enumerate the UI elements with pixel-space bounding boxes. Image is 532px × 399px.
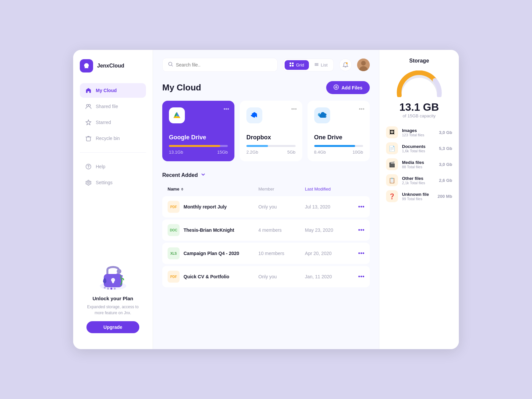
file-type-count: 99 Total files: [402, 197, 434, 201]
file-type-item: ❓ Unknown file 99 Total files 200 Mb: [386, 190, 452, 202]
google-drive-icon: [169, 107, 185, 123]
logo-text: JenxCloud: [97, 63, 124, 69]
cloud-cards: ••• Google Drive: [162, 101, 370, 161]
storage-title: Storage: [386, 58, 452, 64]
recycle-bin-icon: [85, 135, 92, 142]
sidebar-item-recycle-bin-label: Recycle bin: [96, 136, 120, 141]
dropbox-icon: [246, 107, 262, 123]
file-name-cell: XLS Campaign Plan Q4 - 2020: [168, 247, 248, 259]
file-type-size: 2,6 Gb: [439, 178, 452, 183]
dropbox-card: ••• Dropbox: [240, 101, 302, 161]
file-type-size: 3,0 Gb: [439, 130, 452, 135]
one-drive-used: 8.4Gb: [314, 150, 326, 155]
file-row-menu[interactable]: •••: [358, 273, 364, 280]
file-row-menu[interactable]: •••: [358, 203, 364, 210]
starred-icon: [85, 119, 92, 126]
recent-title: Recent Added: [162, 172, 198, 178]
file-type-icon: XLS: [168, 247, 180, 259]
file-type-icon: PDF: [168, 271, 180, 283]
add-files-button[interactable]: Add Files: [326, 81, 370, 94]
file-name: Thesis-Brian McKnight: [184, 227, 234, 233]
sidebar-item-settings[interactable]: Settings: [80, 175, 146, 190]
file-row-menu[interactable]: •••: [358, 227, 364, 233]
svg-point-11: [117, 269, 121, 274]
sidebar-item-starred[interactable]: Starred: [80, 115, 146, 130]
main-content: Grid List: [153, 50, 379, 349]
topbar: Grid List: [162, 58, 370, 72]
file-type-icon-documents: 📄: [386, 142, 398, 154]
notification-button[interactable]: [339, 59, 352, 71]
svg-rect-17: [290, 63, 291, 64]
storage-gauge: [386, 70, 452, 97]
home-icon: [85, 87, 92, 94]
file-name: Quick CV & Portfolio: [184, 274, 229, 279]
sidebar-item-shared-file[interactable]: Shared file: [80, 99, 146, 114]
column-header-last-modified: Last Modified: [300, 184, 353, 194]
page-title: My Cloud: [162, 82, 201, 93]
one-drive-progress-bar: [314, 145, 363, 147]
file-type-count: 88 Total files: [402, 165, 435, 169]
svg-point-6: [88, 182, 89, 184]
file-type-info: Images 123 Total files: [402, 128, 435, 137]
dropdown-icon[interactable]: [200, 172, 206, 179]
sidebar-item-my-cloud-label: My Cloud: [96, 88, 117, 93]
section-header: My Cloud Add Files: [162, 81, 370, 94]
file-type-name: Images: [402, 128, 435, 133]
google-drive-progress-fill: [169, 145, 220, 147]
file-type-item: 📄 Documents 1,6k Total files 5,3 Gb: [386, 142, 452, 154]
file-row-menu[interactable]: •••: [358, 250, 364, 257]
file-date: Jul 13, 2020: [300, 196, 353, 217]
file-type-info: Other files 2,1k Total files: [402, 176, 435, 185]
file-type-size: 3,0 Gb: [439, 162, 452, 167]
file-type-name: Media files: [402, 160, 435, 165]
upgrade-title: Unlock your Plan: [86, 296, 139, 301]
app-container: JenxCloud My Cloud: [73, 50, 459, 349]
file-name-cell: PDF Quick CV & Portfolio: [168, 271, 248, 283]
grid-view-button[interactable]: Grid: [285, 60, 309, 70]
file-type-name: Other files: [402, 176, 435, 181]
svg-point-12: [104, 287, 106, 289]
one-drive-storage: 8.4Gb 10Gb: [314, 150, 363, 155]
list-icon: [314, 62, 319, 68]
svg-point-13: [107, 288, 109, 290]
file-member: 4 members: [253, 219, 300, 241]
svg-point-24: [346, 63, 348, 64]
list-view-button[interactable]: List: [310, 60, 332, 70]
file-type-icon: DOC: [168, 224, 180, 236]
upgrade-button[interactable]: Upgrade: [86, 321, 139, 333]
svg-marker-2: [86, 120, 91, 125]
sidebar-item-my-cloud[interactable]: My Cloud: [80, 83, 146, 98]
svg-point-14: [110, 288, 112, 290]
card-menu-google-drive[interactable]: •••: [223, 106, 229, 112]
column-header-member: Member: [253, 184, 300, 194]
card-menu-dropbox[interactable]: •••: [291, 106, 297, 112]
table-row: PDF Quick CV & Portfolio Only you Jan, 1…: [162, 266, 370, 287]
sidebar-item-help[interactable]: Help: [80, 159, 146, 174]
file-type-icon-media: 🎬: [386, 158, 398, 170]
svg-point-1: [88, 104, 90, 106]
file-type-icon-unknown: ❓: [386, 190, 398, 202]
nav-divider: [80, 152, 146, 153]
sidebar-item-settings-label: Settings: [96, 180, 113, 185]
search-input[interactable]: [176, 62, 272, 67]
dropbox-progress-bar: [246, 145, 296, 147]
file-name-cell: DOC Thesis-Brian McKnight: [168, 224, 248, 236]
svg-point-5: [88, 168, 89, 168]
google-drive-storage: 13.1Gb 15Gb: [169, 150, 228, 155]
one-drive-progress-fill: [314, 145, 355, 147]
svg-point-26: [361, 61, 366, 66]
card-menu-one-drive[interactable]: •••: [359, 106, 364, 112]
search-bar[interactable]: [162, 58, 278, 72]
upgrade-illustration: [86, 258, 139, 292]
file-type-count: 1,6k Total files: [402, 149, 435, 153]
user-avatar[interactable]: [357, 59, 370, 71]
sidebar-item-shared-file-label: Shared file: [96, 104, 118, 109]
nav-menu: My Cloud Shared file: [80, 83, 146, 246]
sidebar-item-recycle-bin[interactable]: Recycle bin: [80, 131, 146, 146]
file-type-icon: PDF: [168, 201, 180, 213]
logo-icon: [80, 59, 93, 72]
file-type-name: Documents: [402, 144, 435, 149]
column-header-name: Name: [162, 184, 253, 194]
upgrade-description: Expanded storage, access to more feature…: [86, 304, 139, 316]
view-toggle: Grid List: [283, 59, 334, 71]
